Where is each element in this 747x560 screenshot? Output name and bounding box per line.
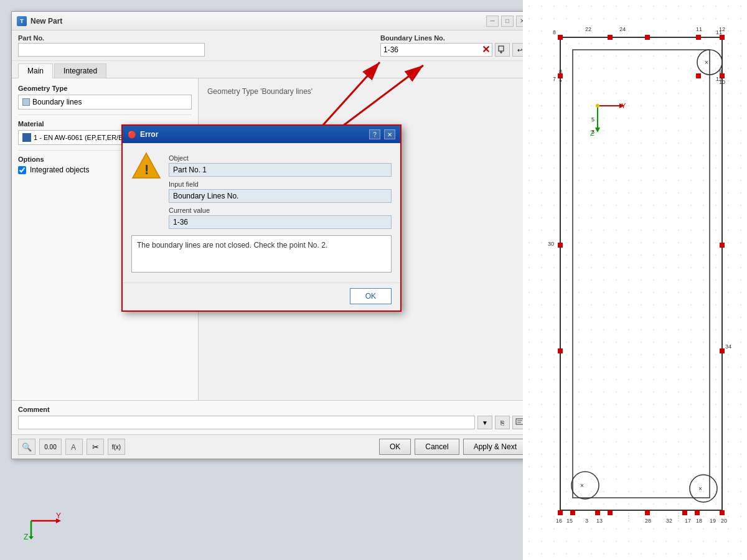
dialog-help-button[interactable]: ?	[369, 129, 380, 139]
dialog-button-row: OK	[123, 282, 400, 310]
svg-text:3: 3	[585, 518, 588, 524]
comment-label: Comment	[18, 406, 527, 413]
boundary-select-button[interactable]	[495, 43, 510, 57]
material-color	[22, 133, 31, 142]
svg-text:8: 8	[559, 68, 562, 75]
svg-text:28: 28	[645, 518, 651, 524]
svg-text:19: 19	[710, 518, 716, 524]
svg-rect-37	[720, 243, 725, 248]
svg-text:12: 12	[716, 76, 722, 82]
bottom-toolbar: 🔍 0.00 A ✂ f(x) OK Cancel Apply & Next	[12, 434, 533, 459]
error-dialog: 🔴 Error ? ✕ ! Object Part No. 1 Input fi…	[121, 124, 402, 312]
svg-text:×: ×	[580, 482, 584, 489]
svg-text:15: 15	[566, 518, 573, 524]
comment-input[interactable]	[18, 416, 475, 429]
warning-icon: !	[131, 151, 161, 180]
tabs-row: Main Integrated	[12, 61, 533, 78]
part-no-input[interactable]: 1	[18, 43, 205, 57]
svg-text:5: 5	[591, 116, 594, 123]
svg-rect-0	[499, 46, 504, 51]
svg-rect-43	[645, 510, 650, 515]
input-field-value: Boundary Lines No.	[169, 189, 392, 203]
svg-rect-14	[523, 0, 747, 560]
geometry-type-value: Boundary lines	[32, 98, 82, 106]
svg-rect-44	[682, 510, 687, 515]
svg-rect-31	[696, 35, 701, 40]
cut-tool-button[interactable]: ✂	[87, 439, 104, 455]
svg-text:18: 18	[696, 518, 702, 524]
integrated-objects-label: Integrated objects	[30, 166, 89, 174]
svg-rect-35	[558, 243, 563, 248]
boundary-lines-label: Boundary Lines No.	[380, 34, 527, 42]
select-icon	[498, 45, 507, 54]
svg-rect-46	[720, 510, 725, 515]
app-icon: T	[17, 16, 27, 26]
svg-text:7: 7	[553, 76, 556, 82]
maximize-button[interactable]: □	[501, 16, 514, 27]
boundary-lines-field: ✕ ↩	[380, 43, 527, 57]
svg-text:32: 32	[666, 518, 672, 524]
tab-integrated[interactable]: Integrated	[54, 63, 106, 78]
current-value: 1-36	[169, 215, 392, 229]
comment-copy-button[interactable]: ⎘	[495, 416, 510, 429]
dialog-title-icon: 🔴	[128, 131, 136, 139]
comment-dropdown-button[interactable]: ▼	[477, 416, 492, 429]
svg-text:34: 34	[725, 343, 731, 350]
svg-text:22: 22	[585, 26, 591, 32]
function-tool-button[interactable]: f(x)	[108, 439, 125, 455]
svg-marker-86	[29, 536, 34, 539]
svg-text:!: !	[144, 162, 149, 177]
title-bar-buttons: ─ □ ✕	[486, 16, 529, 27]
text-icon: A	[70, 442, 78, 451]
svg-text:9: 9	[719, 68, 722, 75]
part-no-label: Part No.	[18, 34, 205, 42]
right-panel-geometry-label: Geometry Type 'Boundary lines'	[205, 85, 527, 98]
geometry-type-box: Boundary lines	[18, 95, 192, 110]
svg-rect-27	[558, 35, 563, 40]
svg-text:Y: Y	[621, 102, 626, 110]
ok-button[interactable]: OK	[379, 439, 411, 455]
svg-text:Y: Y	[56, 511, 61, 520]
svg-rect-34	[696, 73, 701, 78]
bottom-axes: Y Z	[19, 496, 62, 541]
geometry-type-color	[22, 98, 30, 106]
search-tool-button[interactable]: 🔍	[18, 439, 35, 455]
tab-main[interactable]: Main	[18, 63, 53, 78]
svg-text:A: A	[71, 443, 76, 451]
cancel-button[interactable]: Cancel	[415, 439, 459, 455]
svg-text:30: 30	[548, 241, 554, 247]
cad-drawing: × × × Y	[523, 0, 747, 560]
axes-svg: Y Z	[19, 496, 62, 539]
svg-text:24: 24	[619, 26, 626, 32]
svg-rect-29	[608, 35, 613, 40]
dialog-ok-button[interactable]: OK	[350, 288, 392, 304]
boundary-lines-input[interactable]	[380, 43, 492, 57]
svg-rect-30	[645, 35, 650, 40]
current-value-label: Current value	[169, 207, 392, 214]
input-field-label: Input field	[169, 180, 392, 188]
text-tool-button[interactable]: A	[65, 439, 83, 455]
svg-text:×: ×	[698, 485, 702, 492]
svg-text:17: 17	[685, 518, 691, 524]
object-value: Part No. 1	[169, 163, 392, 177]
svg-rect-42	[608, 510, 613, 515]
title-bar: T New Part ─ □ ✕	[12, 12, 533, 30]
comment-area: Comment ▼ ⎘	[12, 400, 533, 434]
material-value: 1 - EN AW-6061 (EP,ET,ER/B...	[34, 134, 129, 141]
integrated-objects-checkbox[interactable]	[18, 166, 26, 174]
svg-text:13: 13	[596, 518, 603, 524]
svg-text:×: ×	[705, 59, 708, 66]
dialog-fields: Object Part No. 1 Input field Boundary L…	[169, 151, 392, 229]
svg-rect-32	[720, 35, 725, 40]
svg-rect-40	[570, 510, 575, 515]
svg-text:8: 8	[553, 29, 556, 35]
dialog-title-bar: 🔴 Error ? ✕	[123, 126, 400, 143]
dialog-content: ! Object Part No. 1 Input field Boundary…	[123, 143, 400, 280]
svg-rect-41	[595, 510, 600, 515]
dialog-title-text: Error	[140, 130, 365, 139]
measure-tool-button[interactable]: 0.00	[39, 439, 62, 455]
dialog-close-button[interactable]: ✕	[384, 129, 395, 139]
minimize-button[interactable]: ─	[486, 16, 499, 27]
svg-text:20: 20	[721, 518, 727, 524]
apply-next-button[interactable]: Apply & Next	[463, 439, 527, 455]
